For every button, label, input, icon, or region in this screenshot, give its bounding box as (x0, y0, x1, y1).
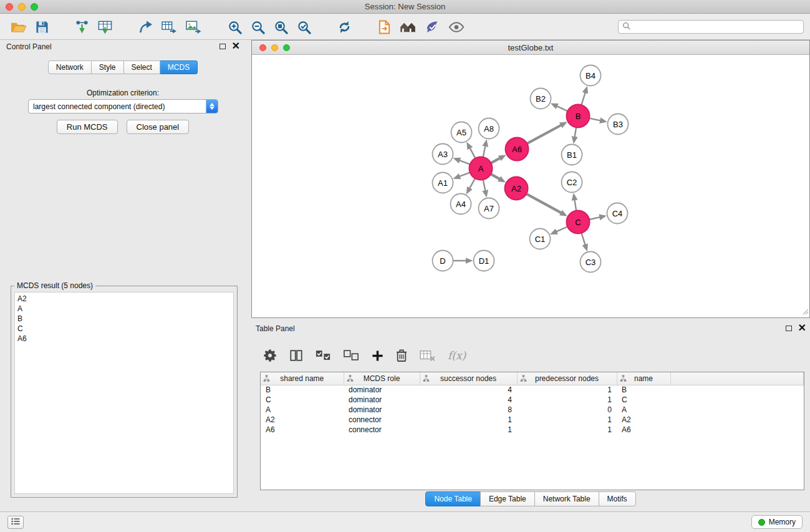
node-B1[interactable]: B1 (562, 145, 582, 165)
table-row[interactable]: Cdominator41C (261, 395, 804, 405)
close-network-button[interactable] (259, 44, 266, 51)
zoom-fit-button[interactable] (269, 18, 292, 36)
search-box[interactable] (618, 20, 804, 34)
help-button[interactable] (421, 18, 444, 36)
edge-B-B4[interactable] (581, 92, 585, 105)
search-input[interactable] (633, 22, 799, 31)
delete-table-button[interactable] (417, 347, 439, 364)
edge-C-C1[interactable] (556, 226, 567, 231)
column-header-predecessor-nodes[interactable]: predecessor nodes (517, 372, 617, 385)
task-history-button[interactable] (7, 516, 24, 529)
node-A[interactable]: A (470, 157, 493, 180)
edge-C-C3[interactable] (582, 233, 586, 245)
tab-network-table[interactable]: Network Table (534, 491, 599, 506)
node-C1[interactable]: C1 (530, 229, 551, 249)
network-canvas[interactable]: B4B2BB3A5A8A6A3AB1A1A2C2A4A7C4CC1DD1C3 (252, 55, 809, 317)
run-mcds-button[interactable]: Run MCDS (57, 120, 118, 134)
table-row[interactable]: Adominator80A (261, 405, 804, 415)
resize-grip-icon[interactable] (801, 307, 809, 317)
node-C[interactable]: C (567, 211, 590, 234)
deselect-all-button[interactable] (340, 348, 362, 363)
memory-button[interactable]: Memory (751, 515, 803, 529)
node-A3[interactable]: A3 (433, 144, 453, 165)
node-C3[interactable]: C3 (581, 252, 601, 273)
zoom-in-button[interactable] (223, 18, 246, 36)
function-builder-button[interactable]: f(x) (445, 349, 468, 362)
insert-column-button[interactable] (369, 348, 387, 364)
tab-node-table[interactable]: Node Table (425, 491, 481, 506)
tab-edge-table[interactable]: Edge Table (480, 491, 535, 506)
close-table-panel-icon[interactable]: ✕ (798, 325, 806, 331)
network-graph[interactable]: B4B2BB3A5A8A6A3AB1A1A2C2A4A7C4CC1DD1C3 (252, 55, 809, 317)
edge-C-C4[interactable] (589, 217, 600, 220)
show-columns-button[interactable] (286, 347, 306, 364)
node-B2[interactable]: B2 (531, 89, 551, 109)
node-B[interactable]: B (567, 105, 590, 128)
import-table-button[interactable] (94, 18, 117, 36)
node-A6[interactable]: A6 (506, 138, 529, 161)
edge-A-A6[interactable] (491, 158, 500, 163)
edge-B-B2[interactable] (557, 106, 567, 111)
edge-A-A5[interactable] (470, 148, 475, 158)
minimize-network-button[interactable] (271, 44, 278, 51)
home-button[interactable] (395, 19, 421, 35)
column-header-successor-nodes[interactable]: successor nodes (420, 372, 517, 385)
float-table-panel-icon[interactable] (786, 326, 792, 331)
export-network-button[interactable] (134, 18, 157, 36)
mcds-result-list[interactable]: A2ABCA6 (14, 292, 234, 494)
delete-column-button[interactable] (393, 347, 410, 364)
close-panel-button[interactable]: Close panel (127, 120, 190, 134)
node-A2[interactable]: A2 (505, 177, 528, 200)
tab-mcds[interactable]: MCDS (160, 60, 198, 74)
edge-A2-C[interactable] (526, 194, 561, 213)
node-A5[interactable]: A5 (451, 122, 472, 143)
edge-B-B3[interactable] (589, 118, 600, 121)
close-window-button[interactable] (6, 3, 13, 11)
table-row[interactable]: A2connector11A2 (261, 415, 804, 425)
show-graphics-details-button[interactable] (444, 20, 469, 34)
network-window-titlebar[interactable]: testGlobe.txt (252, 41, 809, 55)
table-row[interactable]: A6connector11A6 (261, 425, 804, 435)
node-A1[interactable]: A1 (433, 173, 453, 193)
table-row[interactable]: Bdominator41B (261, 385, 804, 395)
tab-motifs[interactable]: Motifs (599, 491, 636, 506)
zoom-out-button[interactable] (246, 18, 269, 36)
edge-A-A7[interactable] (483, 180, 486, 191)
edge-B-B1[interactable] (575, 127, 577, 137)
edge-A6-B[interactable] (527, 125, 561, 144)
export-image-button[interactable] (181, 18, 206, 36)
tab-network[interactable]: Network (48, 60, 92, 74)
minimize-window-button[interactable] (18, 3, 26, 11)
edge-A-A8[interactable] (483, 146, 486, 157)
open-session-button[interactable] (6, 19, 31, 36)
save-session-button[interactable] (31, 19, 53, 36)
node-B4[interactable]: B4 (581, 65, 601, 86)
edge-A-A3[interactable] (460, 160, 470, 164)
zoom-window-button[interactable] (31, 3, 38, 11)
node-B3[interactable]: B3 (608, 114, 629, 135)
criterion-select[interactable]: largest connected component (directed) (28, 99, 218, 114)
column-header-shared-name[interactable]: shared name (261, 372, 344, 385)
node-D[interactable]: D (433, 251, 453, 271)
table-options-button[interactable] (260, 347, 280, 364)
zoom-network-button[interactable] (283, 44, 290, 51)
zoom-selected-button[interactable] (292, 18, 316, 36)
node-C4[interactable]: C4 (607, 203, 628, 224)
node-C2[interactable]: C2 (562, 172, 582, 193)
node-A7[interactable]: A7 (479, 198, 499, 219)
node-A4[interactable]: A4 (451, 194, 471, 215)
close-panel-icon[interactable]: ✕ (232, 43, 240, 49)
edge-A-A1[interactable] (460, 173, 470, 177)
node-D1[interactable]: D1 (474, 251, 494, 271)
tab-select[interactable]: Select (124, 60, 160, 74)
edge-A-A4[interactable] (470, 178, 475, 188)
select-all-button[interactable] (312, 348, 334, 363)
open-document-button[interactable] (374, 18, 395, 36)
column-header-mcds-role[interactable]: MCDS role (344, 372, 420, 385)
edge-C-C2[interactable] (574, 200, 576, 211)
import-network-button[interactable] (70, 18, 94, 36)
apply-layout-button[interactable] (333, 18, 356, 36)
node-table-container[interactable]: shared nameMCDS rolesuccessor nodesprede… (260, 372, 804, 490)
node-A8[interactable]: A8 (479, 118, 499, 139)
float-panel-icon[interactable] (219, 44, 226, 49)
